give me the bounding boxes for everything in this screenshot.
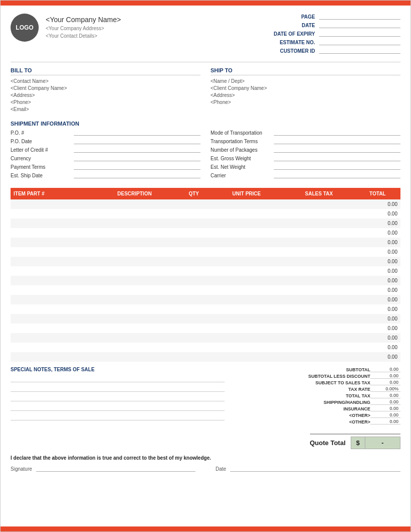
shipment-row: Payment Terms [11, 164, 200, 170]
table-row: 0.00 [11, 247, 400, 257]
table-cell [210, 209, 283, 219]
table-cell [210, 238, 283, 247]
header-right: PAGEDATEDATE OF EXPIRYESTIMATE NO.CUSTOM… [260, 14, 400, 54]
shipment-row-label: Est. Gross Weight [211, 156, 271, 161]
shipment-row-line [274, 138, 400, 144]
table-header-unit-price: UNIT PRICE [210, 188, 283, 199]
totals-row: TOTAL TAX0.00 [230, 393, 400, 398]
table-header-row: ITEM PART #DESCRIPTIONQTYUNIT PRICESALES… [11, 188, 400, 199]
table-cell [91, 199, 178, 209]
totals-label: TOTAL TAX [280, 393, 370, 398]
table-cell [91, 209, 178, 219]
totals-row: <OTHER>0.00 [230, 419, 400, 424]
table-cell [11, 238, 91, 247]
table-cell [91, 238, 178, 247]
totals-value: 0.00 [370, 373, 400, 379]
quote-total-value: - [365, 437, 400, 449]
shipment-row-label: Number of Packages [211, 147, 271, 153]
table-cell [11, 257, 91, 266]
ship-to-line: <Address> [211, 92, 400, 98]
shipment-row-line [274, 172, 400, 178]
table-row: 0.00 [11, 352, 400, 362]
table-cell [210, 247, 283, 257]
quote-total-currency: $ [351, 437, 365, 449]
table-cell: 0.00 [355, 199, 400, 209]
bill-to-line: <Client Company Name> [11, 85, 200, 91]
company-text: <Your Company Name> <Your Company Addres… [46, 14, 121, 39]
table-cell: 0.00 [355, 266, 400, 276]
shipment-section: SHIPMENT INFORMATION P.O. #P.O. DateLett… [11, 121, 400, 181]
shipment-row-line [274, 130, 400, 136]
table-cell [210, 285, 283, 295]
totals-label: SUBTOTAL LESS DISCOUNT [280, 374, 370, 379]
totals-label: SHIPPING/HANDLING [280, 400, 370, 405]
shipment-row-line [274, 164, 400, 170]
table-cell [210, 228, 283, 238]
table-cell [283, 247, 355, 257]
quote-total-container: Quote Total $ - [11, 431, 400, 449]
shipment-row-line [74, 172, 200, 178]
table-row: 0.00 [11, 314, 400, 324]
table-cell [283, 343, 355, 352]
table-cell [210, 314, 283, 324]
table-cell [178, 219, 210, 228]
declaration-section: I declare that the above information is … [11, 455, 400, 472]
date-label: Date [216, 466, 226, 472]
table-cell [283, 295, 355, 304]
company-contact: <Your Contact Details> [46, 33, 121, 39]
page-wrapper: LOGO <Your Company Name> <Your Company A… [0, 0, 411, 532]
table-cell [210, 276, 283, 285]
table-cell: 0.00 [355, 343, 400, 352]
totals-value: 0.00 [370, 380, 400, 385]
table-row: 0.00 [11, 285, 400, 295]
table-cell [11, 219, 91, 228]
totals-label: SUBJECT TO SALES TAX [280, 380, 370, 385]
header-field-label-estimate_no: ESTIMATE NO. [260, 40, 315, 45]
table-cell [178, 295, 210, 304]
table-cell [11, 352, 91, 362]
table-cell [210, 199, 283, 209]
table-cell [11, 199, 91, 209]
table-cell [178, 352, 210, 362]
table-row: 0.00 [11, 343, 400, 352]
totals-value: 0.00 [370, 399, 400, 405]
table-cell: 0.00 [355, 314, 400, 324]
table-cell [210, 295, 283, 304]
table-body: 0.000.000.000.000.000.000.000.000.000.00… [11, 199, 400, 362]
totals-value: 0.00 [370, 406, 400, 411]
totals-value: 0.00 [370, 393, 400, 398]
header-divider [11, 62, 400, 62]
header-field-line-estimate_no [319, 39, 400, 45]
bottom-bar [1, 526, 410, 531]
totals-row: INSURANCE0.00 [230, 406, 400, 411]
table-row: 0.00 [11, 295, 400, 304]
table-row: 0.00 [11, 238, 400, 247]
table-cell [11, 209, 91, 219]
notes-title: SPECIAL NOTES, TERMS OF SALE [11, 367, 225, 372]
shipment-row-label: Est. Net Weight [211, 164, 271, 170]
table-cell [283, 219, 355, 228]
table-cell [283, 352, 355, 362]
header-field-customer_id: CUSTOMER ID [260, 48, 400, 54]
shipment-row-line [74, 138, 200, 144]
ship-section: SHIP TO <Name / Dept><Client Company Nam… [211, 67, 400, 114]
table-cell [283, 266, 355, 276]
company-info: LOGO <Your Company Name> <Your Company A… [11, 14, 121, 42]
notes-section: SPECIAL NOTES, TERMS OF SALE [11, 367, 225, 425]
company-address: <Your Company Address> [46, 26, 121, 31]
header-field-line-page [319, 14, 400, 20]
table-cell [91, 247, 178, 257]
table-cell: 0.00 [355, 228, 400, 238]
top-bar [1, 1, 410, 6]
table-cell [91, 295, 178, 304]
table-cell [11, 285, 91, 295]
shipment-row-line [74, 130, 200, 136]
table-cell: 0.00 [355, 324, 400, 333]
shipment-row: Est. Ship Date [11, 172, 200, 178]
shipment-row-label: Transportation Terms [211, 139, 271, 144]
totals-label: <OTHER> [280, 413, 370, 418]
bill-to-line: <Contact Name> [11, 78, 200, 84]
ship-to-lines: <Name / Dept><Client Company Name><Addre… [211, 78, 400, 105]
table-cell [91, 304, 178, 314]
table-cell: 0.00 [355, 247, 400, 257]
